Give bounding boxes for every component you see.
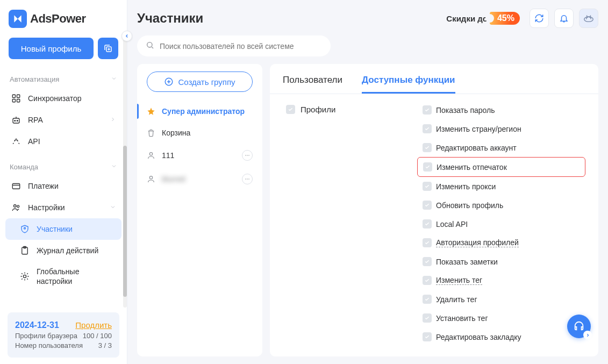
checkbox-icon[interactable] [423, 143, 432, 152]
renew-link[interactable]: Продлить [75, 320, 112, 330]
nav-item-members[interactable]: Участники [5, 218, 121, 240]
nav-item-global-settings[interactable]: Глобальные настройки [5, 261, 121, 291]
group-item-trash[interactable]: Корзина [137, 122, 262, 144]
permission-item[interactable]: Показать пароль [417, 101, 585, 119]
sidebar-scrollbar[interactable] [123, 146, 127, 297]
checkbox-icon[interactable] [286, 105, 295, 114]
checkbox-icon[interactable] [423, 332, 432, 341]
nav-item-label: RPA [28, 116, 43, 124]
permission-item[interactable]: Авторизация профилей [417, 233, 585, 252]
search-input[interactable] [160, 42, 322, 51]
refresh-button[interactable] [530, 9, 549, 28]
checkbox-icon[interactable] [423, 201, 432, 210]
permission-item[interactable]: Изменить прокси [417, 177, 585, 196]
chevron-down-icon [111, 163, 117, 171]
nav-section-automation[interactable]: Автоматизация [5, 71, 121, 88]
sidebar: AdsPower Новый профиль Автоматизация Син… [0, 0, 127, 364]
permission-item[interactable]: Изменить отпечаток [417, 157, 585, 177]
nav-item-payments[interactable]: Платежи [5, 175, 121, 197]
nav-item-rpa[interactable]: RPA [5, 109, 121, 131]
svg-point-22 [149, 176, 152, 179]
permission-item[interactable]: Редактировать закладку [417, 327, 585, 346]
page-title: Участники [137, 11, 441, 26]
brand-logo-icon [9, 10, 27, 28]
permission-item[interactable]: Изменить тег [417, 271, 585, 290]
brand[interactable]: AdsPower [0, 0, 127, 35]
new-profile-clone-button[interactable] [98, 38, 118, 59]
support-fab[interactable] [567, 315, 591, 338]
group-item-superadmin[interactable]: Супер администратор [137, 101, 262, 122]
permission-label: Установить тег [436, 314, 488, 323]
create-group-button[interactable]: Создать группу [147, 72, 253, 92]
perm-category: Профили [301, 105, 335, 114]
permission-label: Редактировать аккаунт [436, 144, 517, 152]
group-item[interactable]: blurred [137, 167, 262, 191]
permission-item[interactable]: Удалить тег [417, 290, 585, 309]
permission-item[interactable]: Local API [417, 215, 585, 233]
group-label: Корзина [162, 129, 190, 137]
nav-item-sync[interactable]: Синхронизатор [5, 88, 121, 109]
permission-item[interactable]: Показать заметки [417, 252, 585, 271]
groups-panel: Создать группу Супер администратор Корзи… [137, 64, 262, 356]
svg-point-10 [17, 205, 19, 208]
svg-point-15 [584, 17, 593, 22]
sync-icon [11, 93, 22, 104]
nav-section-team[interactable]: Команда [5, 159, 121, 175]
api-icon [11, 136, 22, 147]
svg-point-24 [247, 179, 248, 180]
more-icon[interactable] [242, 174, 253, 184]
permission-item[interactable]: Редактировать аккаунт [417, 138, 585, 157]
chevron-down-icon [111, 75, 117, 83]
checkbox-icon[interactable] [423, 295, 432, 304]
nav-item-label: Глобальные настройки [37, 267, 116, 286]
new-profile-button[interactable]: Новый профиль [9, 38, 94, 59]
tab-functions[interactable]: Доступные функции [362, 70, 455, 94]
permission-item[interactable]: Установить тег [417, 309, 585, 327]
nav-item-settings[interactable]: Настройки [5, 197, 121, 218]
nav-item-label: API [28, 137, 40, 146]
group-item[interactable]: 111 [137, 144, 262, 167]
search-icon [146, 41, 154, 51]
permission-label: Обновить профиль [436, 201, 503, 210]
checkbox-icon[interactable] [423, 276, 432, 285]
robot-icon [11, 115, 22, 125]
nav-item-label: Синхронизатор [28, 94, 82, 103]
svg-point-14 [23, 275, 26, 278]
svg-point-16 [147, 42, 152, 47]
checkbox-icon[interactable] [423, 124, 432, 133]
svg-point-19 [245, 155, 246, 156]
promo-banner[interactable]: Скидки до 45% [446, 12, 520, 25]
collapse-sidebar-button[interactable] [121, 31, 132, 41]
checkbox-icon[interactable] [423, 238, 432, 247]
checkbox-icon[interactable] [423, 182, 432, 191]
more-icon[interactable] [242, 150, 253, 161]
permission-item[interactable]: Обновить профиль [417, 196, 585, 215]
checkbox-icon[interactable] [423, 257, 432, 266]
checkbox-icon[interactable] [423, 313, 432, 323]
tab-users[interactable]: Пользователи [283, 70, 342, 94]
permission-label: Изменить тег [436, 276, 482, 285]
svg-point-6 [15, 120, 16, 122]
license-card: 2024-12-31 Продлить Профили браузера 100… [8, 312, 119, 358]
permission-label: Показать заметки [436, 258, 498, 266]
checkbox-icon[interactable] [423, 219, 432, 229]
checkbox-icon[interactable] [423, 162, 432, 172]
fab-arrow-icon [583, 331, 592, 339]
permission-label: Авторизация профилей [436, 238, 519, 247]
permission-item[interactable]: Изменить страну/регион [417, 119, 585, 138]
svg-point-25 [248, 179, 249, 180]
permission-label: Изменить прокси [436, 182, 496, 191]
nav-item-api[interactable]: API [5, 131, 121, 152]
svg-rect-2 [17, 95, 20, 97]
gear-icon [19, 271, 30, 282]
shield-user-icon [19, 224, 30, 234]
promo-text: Скидки до [446, 14, 488, 23]
permission-label: Изменить страну/регион [436, 125, 521, 133]
avatar-button[interactable] [579, 9, 598, 28]
notifications-button[interactable] [554, 9, 574, 28]
trash-icon [147, 129, 156, 137]
nav-item-journal[interactable]: Журнал действий [5, 240, 121, 261]
group-label: blurred [162, 175, 185, 183]
permission-label: Показать пароль [436, 106, 495, 115]
checkbox-icon[interactable] [423, 105, 432, 115]
